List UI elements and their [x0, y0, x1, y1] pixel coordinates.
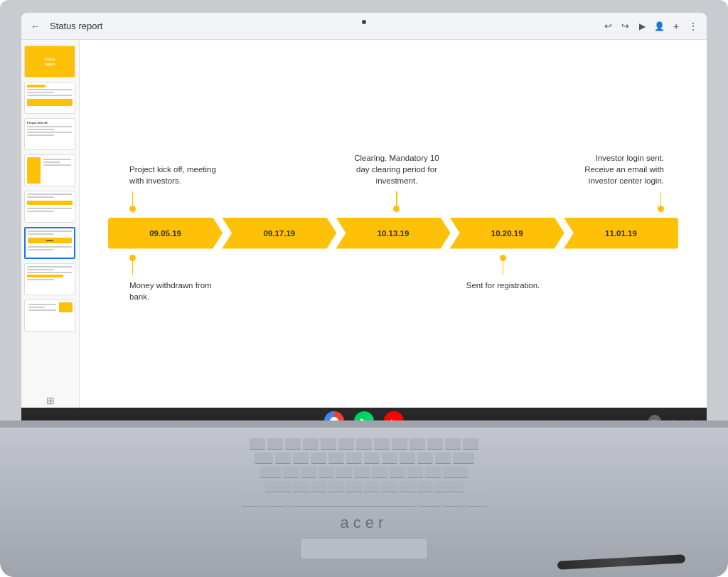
key[interactable]: [311, 452, 326, 464]
webcam-dot: [362, 20, 366, 24]
timeline-segment-4: 10.20.19: [450, 218, 564, 249]
play-button[interactable]: ▶: [636, 20, 648, 33]
key[interactable]: [259, 467, 281, 478]
key[interactable]: [354, 467, 370, 478]
slide-thumb-5[interactable]: [24, 191, 75, 223]
dot-bottom-2: [500, 255, 506, 261]
key[interactable]: [283, 467, 299, 478]
key[interactable]: [427, 438, 443, 450]
key[interactable]: [293, 481, 309, 492]
dot-line-up-2: [500, 255, 506, 275]
annotation-text-1: Project kick off, meeting with investors…: [129, 164, 229, 186]
vertical-line-1: [132, 191, 134, 206]
key[interactable]: [425, 467, 441, 478]
key[interactable]: [265, 495, 287, 507]
key[interactable]: [303, 438, 318, 450]
timeline-annotations-bottom: Money withdrawn from bank.: [108, 255, 678, 302]
key[interactable]: [255, 452, 273, 464]
key[interactable]: [443, 467, 469, 478]
slide-thumb-6[interactable]: ▶▶▶▶▶: [24, 227, 75, 259]
back-button[interactable]: ←: [28, 19, 43, 33]
key[interactable]: [407, 467, 423, 478]
key[interactable]: [435, 452, 451, 464]
key[interactable]: [336, 467, 352, 478]
key[interactable]: [466, 495, 487, 507]
key[interactable]: [410, 438, 425, 450]
timeline-segment-2: 09.17.19: [222, 218, 336, 249]
key[interactable]: [372, 467, 387, 478]
key[interactable]: [417, 481, 433, 492]
key[interactable]: [328, 452, 344, 464]
key[interactable]: [374, 438, 390, 450]
slide-thumb-8[interactable]: [24, 300, 75, 332]
slide-thumb-content-7: [25, 264, 75, 295]
browser-content: Statusreport: [21, 40, 707, 415]
vertical-line-2: [396, 191, 397, 206]
key[interactable]: [364, 481, 380, 492]
dot-line-up-1: [129, 255, 136, 275]
annotation-top-3: Investor login sent. Receive an email wi…: [550, 152, 671, 211]
annotation-text-2: Clearing. Mandatory 10 day clearing peri…: [347, 152, 446, 186]
timeline-date-2: 09.17.19: [263, 229, 295, 238]
key[interactable]: [364, 452, 380, 464]
screen-inner: ← Status report ↩ ↪ ▶ 👤 + ⋮: [21, 13, 707, 415]
key[interactable]: [453, 452, 474, 464]
annotation-bottom-text-1: Money withdrawn from bank.: [129, 280, 229, 302]
key[interactable]: [265, 481, 291, 492]
key[interactable]: [382, 481, 397, 492]
touchpad[interactable]: [300, 538, 428, 559]
key[interactable]: [346, 452, 362, 464]
timeline-date-1: 09.05.19: [149, 229, 181, 238]
key[interactable]: [390, 467, 405, 478]
key[interactable]: [267, 438, 283, 450]
vertical-line-bottom-1: [132, 261, 134, 275]
key[interactable]: [419, 495, 440, 507]
key[interactable]: [417, 452, 433, 464]
annotation-top-1: Project kick off, meeting with investors…: [115, 164, 244, 211]
key[interactable]: [321, 438, 336, 450]
key[interactable]: [250, 438, 265, 450]
slide-thumb-1[interactable]: Statusreport: [24, 46, 75, 78]
key[interactable]: [293, 452, 309, 464]
key[interactable]: [275, 452, 291, 464]
key[interactable]: [442, 495, 464, 507]
key[interactable]: [311, 481, 326, 492]
annotation-top-2: Clearing. Mandatory 10 day clearing peri…: [339, 152, 454, 211]
key[interactable]: [328, 481, 344, 492]
key[interactable]: [392, 438, 407, 450]
slide-thumb-content-8: [25, 300, 75, 331]
slide-thumb-7[interactable]: [24, 263, 75, 295]
grid-view-icon[interactable]: ⊞: [46, 395, 55, 406]
redo-button[interactable]: ↪: [619, 20, 631, 33]
slide-thumb-content-4: [25, 155, 75, 186]
undo-button[interactable]: ↩: [601, 20, 614, 33]
dot-line-3: [658, 191, 664, 212]
slide-content: Project kick off, meeting with investors…: [80, 40, 707, 415]
key[interactable]: [382, 452, 397, 464]
slide-thumb-3[interactable]: Project kick off: [24, 118, 75, 150]
key[interactable]: [318, 467, 334, 478]
slide-thumb-2[interactable]: [24, 82, 75, 114]
key[interactable]: [400, 452, 415, 464]
key[interactable]: [400, 481, 415, 492]
key[interactable]: [356, 438, 372, 450]
hinge-line: [0, 420, 728, 428]
key[interactable]: [338, 438, 354, 450]
key[interactable]: [463, 438, 478, 450]
spacebar-key[interactable]: [289, 495, 417, 507]
key[interactable]: [435, 481, 464, 492]
timeline-bar: 09.05.19 09.17.19 10.13.19 10.20.19: [108, 218, 678, 249]
timeline-annotations-top: Project kick off, meeting with investors…: [108, 152, 678, 211]
annotation-bottom-2: Sent for registration.: [447, 255, 560, 291]
add-button[interactable]: +: [670, 20, 682, 33]
keyboard-row-1: [250, 438, 478, 450]
more-button[interactable]: ⋮: [687, 20, 700, 33]
key[interactable]: [242, 495, 263, 507]
laptop-base: acer: [0, 420, 728, 577]
key[interactable]: [346, 481, 362, 492]
key[interactable]: [301, 467, 316, 478]
slide-thumb-4[interactable]: [24, 154, 75, 186]
key[interactable]: [285, 438, 301, 450]
user-button[interactable]: 👤: [653, 20, 665, 33]
key[interactable]: [445, 438, 461, 450]
